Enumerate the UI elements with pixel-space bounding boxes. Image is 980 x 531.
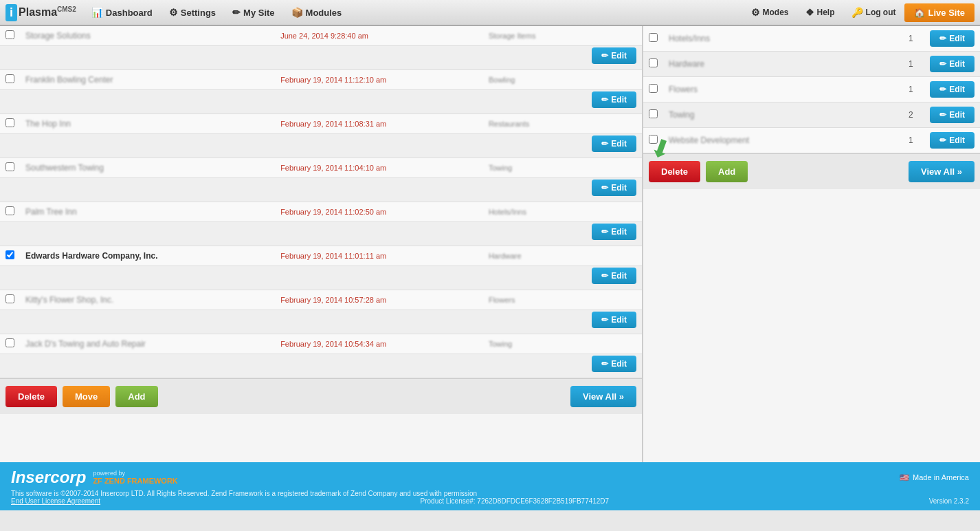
left-delete-button[interactable]: Delete: [5, 386, 57, 407]
table-row: Hotels/Inns 1 ✏ Edit: [643, 26, 980, 52]
rcheck-cell[interactable]: [643, 26, 663, 52]
table-row-btn: ✏ Edit: [0, 222, 642, 246]
entry-action-cell: [586, 246, 642, 266]
right-view-all-button[interactable]: View All »: [909, 161, 975, 182]
nav-right: ⚙ Modes ❖ Help 🔑 Log out 🏠 Live Site: [743, 3, 975, 22]
row-checkbox-cell[interactable]: [0, 202, 20, 222]
rcat-action: ✏ Edit: [924, 26, 980, 52]
nav-mysite[interactable]: ✏ My Site: [224, 3, 283, 22]
nav-dashboard[interactable]: 📊 Dashboard: [83, 3, 161, 22]
rcheck-cell[interactable]: [643, 102, 663, 128]
footer-made-in: 🇺🇸 Made in America: [900, 473, 969, 482]
edit-button[interactable]: ✏ Edit: [592, 356, 636, 372]
edit-button[interactable]: ✏ Edit: [592, 180, 636, 196]
rcat-count: 1: [897, 52, 924, 77]
table-row: Southwestern Towing February 19, 2014 11…: [0, 158, 642, 178]
entry-date: June 24, 2014 9:28:40 am: [275, 26, 483, 46]
entry-category: Towing: [483, 158, 586, 178]
table-row-btn: ✏ Edit: [0, 134, 642, 158]
rcat-name: Towing: [663, 102, 897, 128]
right-edit-button[interactable]: ✏ Edit: [930, 132, 975, 149]
row-checkbox[interactable]: [5, 162, 14, 171]
rcat-name: Website Development: [663, 128, 897, 153]
right-edit-button[interactable]: ✏ Edit: [930, 107, 975, 123]
rcat-action: ✏ Edit: [924, 102, 980, 128]
edit-button[interactable]: ✏ Edit: [592, 91, 636, 108]
nav-settings[interactable]: ⚙ Settings: [161, 3, 224, 22]
mysite-icon: ✏: [232, 7, 241, 18]
row-checkbox[interactable]: [5, 74, 14, 83]
entry-action-cell: [586, 334, 642, 354]
right-table: Hotels/Inns 1 ✏ Edit Hardware 1 ✏ Edit F…: [643, 26, 980, 153]
flag-icon: 🇺🇸: [900, 473, 909, 482]
edit-btn-cell: ✏ Edit: [586, 310, 642, 334]
entry-action-cell: [586, 290, 642, 310]
row-checkbox[interactable]: [5, 118, 14, 127]
row-checkbox-cell[interactable]: [0, 158, 20, 178]
row-checkbox-cell[interactable]: [0, 114, 20, 134]
live-site-button[interactable]: 🏠 Live Site: [904, 3, 975, 22]
edit-button[interactable]: ✏ Edit: [592, 47, 636, 64]
entry-date: February 19, 2014 10:57:28 am: [275, 290, 483, 310]
entry-category: Restaurants: [483, 114, 586, 134]
nav-modules[interactable]: 📦 Modules: [283, 3, 350, 22]
table-row: Kitty's Flower Shop, Inc. February 19, 2…: [0, 290, 642, 310]
rcheck-cell[interactable]: [643, 52, 663, 77]
left-move-button[interactable]: Move: [63, 386, 110, 407]
settings-icon: ⚙: [169, 7, 178, 18]
right-add-button[interactable]: Add: [706, 161, 748, 182]
footer-top: Insercorp powered by ZF ZEND FRAMEWORK 🇺…: [11, 468, 969, 490]
row-checkbox[interactable]: [5, 250, 14, 259]
home-icon: 🏠: [914, 8, 925, 18]
row-checkbox[interactable]: [5, 294, 14, 303]
entry-action-cell: [586, 70, 642, 90]
footer-version: Version 2.3.2: [929, 497, 969, 505]
row-checkbox[interactable]: [5, 30, 14, 39]
table-row-btn: ✏ Edit: [0, 178, 642, 202]
entry-spacer: [0, 354, 586, 378]
entry-name: Franklin Bowling Center: [20, 70, 275, 90]
entry-name: Storage Solutions: [20, 26, 275, 46]
row-checkbox-cell[interactable]: [0, 246, 20, 266]
rrow-checkbox[interactable]: [649, 58, 658, 67]
footer: Insercorp powered by ZF ZEND FRAMEWORK 🇺…: [0, 462, 980, 510]
rrow-checkbox[interactable]: [649, 109, 658, 118]
pencil-icon: ✏: [601, 315, 608, 325]
pencil-icon: ✏: [601, 227, 608, 237]
nav-modes[interactable]: ⚙ Modes: [743, 3, 797, 22]
nav-items: 📊 Dashboard ⚙ Settings ✏ My Site 📦 Modul…: [83, 3, 743, 22]
edit-button[interactable]: ✏ Edit: [592, 224, 636, 240]
right-edit-button[interactable]: ✏ Edit: [930, 56, 975, 72]
row-checkbox-cell[interactable]: [0, 70, 20, 90]
row-checkbox-cell[interactable]: [0, 334, 20, 354]
nav-logout[interactable]: 🔑 Log out: [843, 3, 904, 22]
right-panel: Hotels/Inns 1 ✏ Edit Hardware 1 ✏ Edit F…: [643, 26, 980, 462]
entry-name: Edwards Hardware Company, Inc.: [20, 246, 275, 266]
right-delete-button[interactable]: Delete: [649, 161, 700, 182]
nav-help[interactable]: ❖ Help: [797, 3, 843, 22]
footer-license-link[interactable]: End User License Agreement: [11, 497, 100, 505]
row-checkbox[interactable]: [5, 338, 14, 347]
right-action-bar: ⬇ Delete Add View All »: [643, 153, 980, 189]
edit-btn-cell: ✏ Edit: [586, 266, 642, 290]
row-checkbox-cell[interactable]: [0, 290, 20, 310]
edit-button[interactable]: ✏ Edit: [592, 136, 636, 152]
pencil-icon: ✏: [939, 110, 946, 120]
right-edit-button[interactable]: ✏ Edit: [930, 81, 975, 98]
footer-company: Insercorp: [11, 468, 86, 487]
rrow-checkbox[interactable]: [649, 33, 658, 42]
edit-button[interactable]: ✏ Edit: [592, 312, 636, 328]
row-checkbox[interactable]: [5, 206, 14, 215]
left-add-button[interactable]: Add: [115, 386, 157, 407]
entry-category: Storage Items: [483, 26, 586, 46]
row-checkbox-cell[interactable]: [0, 26, 20, 46]
left-view-all-button[interactable]: View All »: [570, 386, 636, 407]
right-edit-button[interactable]: ✏ Edit: [930, 30, 975, 47]
table-row: Palm Tree Inn February 19, 2014 11:02:50…: [0, 202, 642, 222]
rcat-action: ✏ Edit: [924, 77, 980, 102]
rcheck-cell[interactable]: [643, 77, 663, 102]
entry-date: February 19, 2014 11:02:50 am: [275, 202, 483, 222]
edit-button[interactable]: ✏ Edit: [592, 268, 636, 284]
left-action-bar: Delete Move Add View All »: [0, 378, 642, 414]
rrow-checkbox[interactable]: [649, 84, 658, 93]
